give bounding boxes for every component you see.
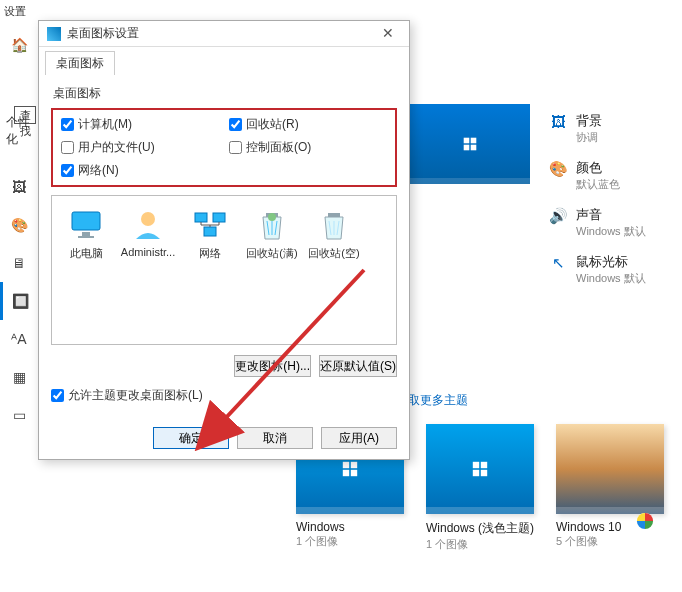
user-folder-icon: [130, 206, 166, 242]
ok-button[interactable]: 确定: [153, 427, 229, 449]
dialog-icon: [47, 27, 61, 41]
dialog-titlebar[interactable]: 桌面图标设置 ✕: [39, 21, 409, 47]
speaker-icon: 🔊: [548, 206, 568, 226]
network-checkbox[interactable]: 网络(N): [61, 162, 219, 179]
svg-rect-18: [213, 213, 225, 222]
svg-rect-9: [481, 462, 487, 468]
fonts-icon[interactable]: ᴬA: [0, 320, 38, 358]
svg-rect-7: [351, 470, 357, 476]
palette-icon: 🎨: [548, 159, 568, 179]
lockscreen-icon[interactable]: 🖥: [0, 244, 38, 282]
start-icon[interactable]: ▦: [0, 358, 38, 396]
svg-rect-0: [464, 138, 470, 144]
cursor-icon: ↖: [548, 253, 568, 273]
group-label: 桌面图标: [53, 85, 397, 102]
related-item-cursor[interactable]: ↖ 鼠标光标Windows 默认: [548, 253, 668, 286]
list-item[interactable]: Administr...: [120, 206, 176, 258]
desktop-preview: [410, 104, 530, 184]
apply-button[interactable]: 应用(A): [321, 427, 397, 449]
windows-logo-icon: [342, 461, 358, 477]
svg-rect-15: [78, 236, 94, 238]
svg-rect-5: [351, 462, 357, 468]
list-item[interactable]: 回收站(满): [244, 206, 300, 261]
svg-point-21: [268, 213, 276, 221]
userfiles-checkbox[interactable]: 用户的文件(U): [61, 139, 219, 156]
svg-rect-14: [82, 232, 90, 236]
svg-rect-11: [481, 470, 487, 476]
left-icon-strip: 🏠 查找 个性化 🖼 🎨 🖥 🔲 ᴬA ▦ ▭: [0, 26, 38, 434]
section-label: 个性化: [6, 114, 38, 148]
desktop-icon-settings-dialog: 桌面图标设置 ✕ 桌面图标 桌面图标 计算机(M) 回收站(R) 用户的文件(U…: [38, 20, 410, 460]
settings-header: 设置: [4, 4, 26, 19]
related-item-colors[interactable]: 🎨 颜色默认蓝色: [548, 159, 668, 192]
svg-rect-4: [343, 462, 349, 468]
taskbar-icon[interactable]: ▭: [0, 396, 38, 434]
allow-themes-checkbox[interactable]: 允许主题更改桌面图标(L): [51, 387, 397, 404]
windows-logo-icon: [472, 461, 488, 477]
svg-rect-19: [204, 227, 216, 236]
list-item[interactable]: 网络: [182, 206, 238, 261]
dialog-tabs: 桌面图标: [39, 47, 409, 75]
related-settings-list: 🖼 背景协调 🎨 颜色默认蓝色 🔊 声音Windows 默认 ↖ 鼠标光标Win…: [548, 112, 668, 300]
svg-rect-1: [471, 138, 477, 144]
themes-icon[interactable]: 🔲: [0, 282, 38, 320]
svg-rect-3: [471, 145, 477, 151]
related-item-sounds[interactable]: 🔊 声音Windows 默认: [548, 206, 668, 239]
change-icon-button[interactable]: 更改图标(H)...: [234, 355, 311, 377]
network-icon: [192, 206, 228, 242]
theme-card[interactable]: Windows (浅色主题) 1 个图像: [426, 424, 534, 552]
dialog-title: 桌面图标设置: [67, 25, 139, 42]
recycle-empty-icon: [316, 206, 352, 242]
computer-checkbox[interactable]: 计算机(M): [61, 116, 219, 133]
cancel-button[interactable]: 取消: [237, 427, 313, 449]
close-button[interactable]: ✕: [371, 21, 405, 47]
list-item[interactable]: 此电脑: [58, 206, 114, 261]
svg-rect-6: [343, 470, 349, 476]
theme-card[interactable]: Windows 10 5 个图像: [556, 424, 664, 552]
svg-rect-17: [195, 213, 207, 222]
svg-rect-13: [72, 212, 100, 230]
desktop-icons-checkgrid: 计算机(M) 回收站(R) 用户的文件(U) 控制面板(O) 网络(N): [51, 108, 397, 187]
svg-rect-10: [473, 470, 479, 476]
svg-point-16: [141, 212, 155, 226]
tab-desktop-icons[interactable]: 桌面图标: [45, 51, 115, 75]
home-icon[interactable]: 🏠: [0, 26, 38, 64]
this-pc-icon: [68, 206, 104, 242]
image-icon: 🖼: [548, 112, 568, 132]
more-themes-link[interactable]: 取更多主题: [408, 392, 468, 409]
color-wheel-icon: [636, 512, 654, 530]
recycle-full-icon: [254, 206, 290, 242]
windows-logo-icon: [463, 137, 477, 151]
related-item-background[interactable]: 🖼 背景协调: [548, 112, 668, 145]
background-icon[interactable]: 🖼: [0, 168, 38, 206]
icon-preview-list[interactable]: 此电脑 Administr... 网络 回收站(满) 回收站(空): [51, 195, 397, 345]
controlpanel-checkbox[interactable]: 控制面板(O): [229, 139, 387, 156]
svg-rect-2: [464, 145, 470, 151]
list-item[interactable]: 回收站(空): [306, 206, 362, 261]
colors-icon[interactable]: 🎨: [0, 206, 38, 244]
svg-rect-8: [473, 462, 479, 468]
restore-defaults-button[interactable]: 还原默认值(S): [319, 355, 397, 377]
svg-rect-22: [328, 213, 340, 217]
recycle-checkbox[interactable]: 回收站(R): [229, 116, 387, 133]
